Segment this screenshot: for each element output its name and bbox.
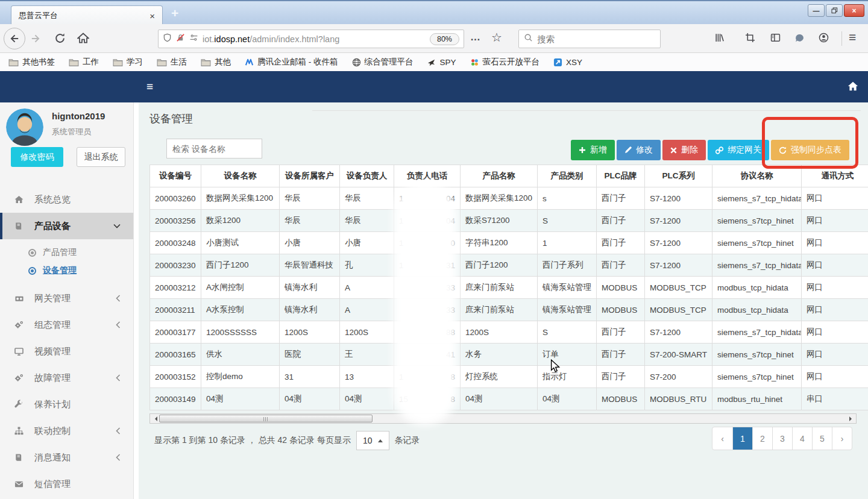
- new-tab-button[interactable]: +: [171, 6, 178, 20]
- sidebar-item-产品设备[interactable]: 产品设备: [0, 213, 134, 239]
- close-button[interactable]: ×: [844, 4, 864, 17]
- page-actions-button[interactable]: …: [470, 31, 481, 43]
- bookmark-item[interactable]: 萤石云开放平台: [470, 57, 540, 67]
- toolbar-button-新增[interactable]: 新增: [571, 140, 615, 160]
- scrollbar-thumb[interactable]: [159, 415, 373, 422]
- bookmark-label: 腾讯企业邮箱 - 收件箱: [257, 57, 338, 67]
- table-cell: S7-200-SMART: [645, 344, 712, 366]
- sidebar-item-故障管理[interactable]: 故障管理: [0, 365, 134, 391]
- pocket-chat-icon[interactable]: [794, 33, 805, 43]
- table-cell: 网口: [802, 254, 868, 277]
- scroll-right-arrow[interactable]: [847, 414, 856, 423]
- page-next[interactable]: ›: [832, 427, 852, 450]
- table-header-row: 设备编号设备名称设备所属客户设备负责人负责人电话产品名称产品类别PLC品牌PLC…: [150, 165, 868, 187]
- page-prev[interactable]: ‹: [712, 427, 732, 450]
- annotation-rectangle: [762, 117, 858, 169]
- table-cell: 网口: [802, 277, 868, 299]
- device-search-input[interactable]: [166, 139, 262, 158]
- back-button[interactable]: [4, 28, 25, 49]
- table-row[interactable]: 2000031771200SSSSSS1200S1200S881200SS西门子…: [150, 321, 868, 344]
- ezviz-icon: [470, 58, 479, 67]
- bookmark-item[interactable]: 工作: [69, 57, 99, 67]
- toolbar-button-修改[interactable]: 修改: [617, 140, 661, 160]
- logout-button[interactable]: 退出系统: [77, 147, 125, 167]
- reload-button[interactable]: [54, 33, 66, 44]
- browser-search-input[interactable]: [537, 34, 640, 44]
- table-row[interactable]: 200003260数据网关采集1200华辰华辰104数据网关采集1200s西门子…: [150, 187, 868, 210]
- tab-close-icon[interactable]: ×: [149, 11, 155, 21]
- toolbar-button-绑定网关[interactable]: 绑定网关: [708, 140, 769, 160]
- button-label: 绑定网关: [728, 145, 761, 155]
- browser-tab[interactable]: 思普云平台 ×: [11, 5, 163, 25]
- bookmark-label: 学习: [127, 57, 143, 67]
- browser-search-box[interactable]: [518, 30, 661, 48]
- tracking-shield-icon[interactable]: [163, 33, 172, 45]
- sidebar-collapse-icon[interactable]: ≡: [146, 80, 153, 93]
- monitor-icon: [14, 347, 25, 356]
- bookmark-item[interactable]: 学习: [113, 57, 143, 67]
- circle-dot-icon: [28, 249, 36, 257]
- toolbar-button-删除[interactable]: 删除: [662, 140, 706, 160]
- bookmark-item[interactable]: 综合管理平台: [352, 57, 414, 67]
- home-icon: [14, 195, 25, 204]
- page-2[interactable]: 2: [752, 427, 772, 450]
- sidebar-item-组态管理[interactable]: 组态管理: [0, 312, 134, 338]
- sidebar-item-网关管理[interactable]: 网关管理: [0, 285, 134, 312]
- change-password-button[interactable]: 修改密码: [11, 147, 63, 167]
- table-row[interactable]: 200003165供水医院王41水务订单西门子S7-200-SMARTsieme…: [150, 344, 868, 366]
- table-cell: MODBUS: [597, 388, 645, 410]
- sidebar: hignton2019 系统管理员 修改密码 退出系统 系统总览产品设备产品管理…: [0, 102, 139, 499]
- library-icon[interactable]: [714, 33, 725, 43]
- caret-up-icon: [378, 437, 383, 442]
- sidebar-item-联动控制[interactable]: 联动控制: [0, 418, 134, 444]
- bookmark-item[interactable]: 生活: [157, 57, 187, 67]
- horizontal-scrollbar[interactable]: [149, 413, 857, 424]
- bookmark-item[interactable]: 腾讯企业邮箱 - 收件箱: [245, 57, 338, 67]
- bookmark-item[interactable]: 其他书签: [8, 57, 55, 67]
- bookmark-item[interactable]: XSY: [553, 58, 582, 67]
- sidebar-subitem-设备管理[interactable]: 设备管理: [0, 262, 134, 280]
- table-row[interactable]: 200003211A水泵控制镇海水利A33庶来门前泵站镇海泵站管理MODBUSM…: [150, 299, 868, 321]
- sidebar-item-短信管理[interactable]: 短信管理: [0, 471, 134, 497]
- sidebar-subitem-label: 产品管理: [43, 247, 77, 258]
- sidebar-item-消息通知[interactable]: 消息通知: [0, 444, 134, 471]
- page-4[interactable]: 4: [792, 427, 812, 450]
- bookmark-item[interactable]: 其他: [201, 57, 231, 67]
- page-1[interactable]: 1: [732, 427, 752, 450]
- sidebar-item-系统总览[interactable]: 系统总览: [0, 186, 134, 213]
- page-3[interactable]: 3: [772, 427, 792, 450]
- forward-button[interactable]: [30, 33, 41, 44]
- table-row[interactable]: 200003248小唐测试小唐小唐10字符串12001西门子S7-1200sie…: [150, 232, 868, 254]
- insecure-lock-icon[interactable]: [176, 33, 185, 45]
- restore-button[interactable]: [826, 4, 843, 17]
- screenshot-icon[interactable]: [745, 33, 755, 43]
- page-size-select[interactable]: 10: [356, 431, 389, 450]
- bookmark-item[interactable]: SPY: [427, 58, 456, 67]
- address-bar[interactable]: iot.idosp.net/admin/index.html?lang 80%: [158, 30, 464, 48]
- chevron-left-icon: [116, 374, 121, 381]
- home-button[interactable]: [77, 32, 89, 44]
- firefox-window: 思普云平台 × + — × iot.idosp.net/a: [0, 0, 868, 499]
- table-cell: MODBUS: [597, 299, 645, 321]
- table-row[interactable]: 200003230西门子1200华辰智通科技孔131西门子1200西门子系列西门…: [150, 254, 868, 277]
- sidebar-toggle-icon[interactable]: [770, 33, 781, 43]
- permissions-icon[interactable]: [189, 33, 198, 45]
- sidebar-item-视频管理[interactable]: 视频管理: [0, 338, 134, 365]
- table-row[interactable]: 200003256数采1200华辰华辰104数采S71200S西门子S7-120…: [150, 210, 868, 232]
- account-icon[interactable]: [819, 33, 829, 43]
- table-cell: 200003256: [150, 210, 201, 232]
- sidebar-subitem-产品管理[interactable]: 产品管理: [0, 243, 134, 262]
- table-cell: A: [340, 299, 394, 321]
- avatar[interactable]: [6, 108, 43, 146]
- scroll-left-arrow[interactable]: [150, 414, 159, 423]
- table-row[interactable]: 200003152控制demo311318灯控系统指示灯西门子S7-200sie…: [150, 366, 868, 388]
- page-5[interactable]: 5: [812, 427, 832, 450]
- sidebar-item-保养计划[interactable]: 保养计划: [0, 391, 134, 418]
- zoom-level-badge[interactable]: 80%: [430, 33, 459, 45]
- menu-hamburger-icon[interactable]: ≡: [849, 30, 856, 45]
- app-home-icon[interactable]: [848, 81, 858, 94]
- bookmark-star-icon[interactable]: ☆: [491, 30, 502, 45]
- minimize-button[interactable]: —: [808, 4, 825, 17]
- table-row[interactable]: 200003212A水闸控制镇海水利A33庶来门前泵站镇海泵站管理MODBUSM…: [150, 277, 868, 299]
- table-row[interactable]: 20000314904测04测04测15804测04测MODBUSMODBUS_…: [150, 388, 868, 410]
